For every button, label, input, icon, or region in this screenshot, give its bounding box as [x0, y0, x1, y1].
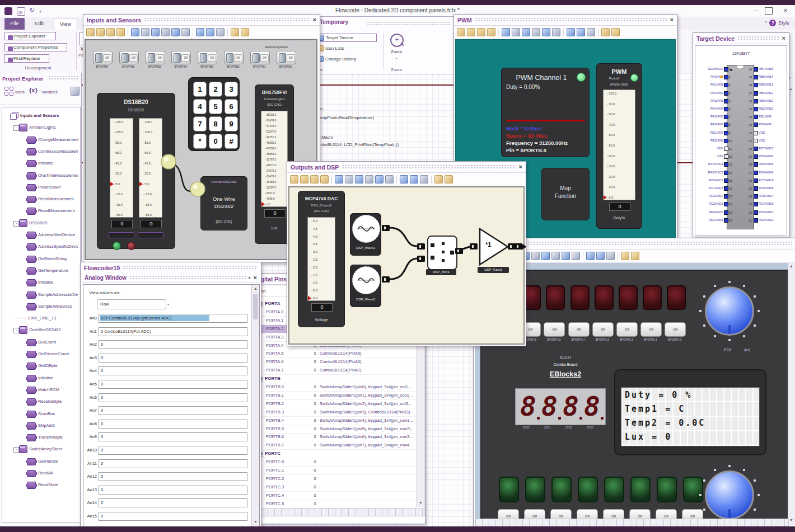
toolbar-icon[interactable] [231, 28, 239, 36]
inputs-sensors-window-titlebar[interactable]: Inputs and Sensors× [83, 15, 320, 26]
toolbar-icon[interactable] [611, 28, 620, 36]
red-led-5[interactable] [619, 285, 638, 310]
toolbar-icon[interactable] [567, 28, 575, 36]
scroll-right-icon[interactable]: › [789, 74, 794, 80]
toolbar-icon[interactable] [161, 28, 170, 36]
slider-marker[interactable] [604, 195, 607, 200]
tree-item-readall[interactable]: ReadAll [2, 468, 79, 479]
pin-pad-right[interactable] [754, 91, 758, 96]
toolbar-icon[interactable] [606, 252, 615, 260]
tree-item-getserialstring[interactable]: GetSerialString [2, 253, 79, 265]
toolbar-icon[interactable] [181, 28, 190, 36]
pin-pad-right[interactable] [754, 139, 758, 143]
red-led-3[interactable] [570, 285, 590, 310]
tree-expander-icon[interactable]: - [13, 221, 19, 227]
slider-marker[interactable] [308, 296, 311, 300]
pin-row-portb-6[interactable]: PORTB.60SwitchArraySlider1(pin6), keypad… [255, 433, 416, 441]
pin-pad-left[interactable] [724, 171, 728, 175]
dac-slider[interactable]: - 5.0- 4.5- 4.0- 3.5- 3.0- 2.5- 2.0- 1.5… [307, 217, 335, 301]
zoom-icon[interactable]: + [390, 34, 404, 47]
view-item-icon-lists[interactable]: Icon Lists [316, 44, 377, 53]
pwm-duty-slider[interactable]: - 100.0- 90.0- 80.0- 70.0- 60.0- 50.0- 4… [603, 90, 635, 200]
pin-pad-left[interactable] [724, 186, 728, 191]
save-icon[interactable] [17, 7, 25, 16]
pin-pad-left[interactable] [724, 139, 728, 143]
pin-pad-right[interactable] [754, 99, 758, 103]
pin-pad-left[interactable] [724, 99, 728, 103]
red-led-6[interactable] [643, 285, 662, 310]
pin-pad-left[interactable] [724, 194, 728, 199]
analog-input-an2[interactable]: 0 [99, 340, 247, 349]
pot-knob[interactable] [705, 286, 754, 336]
zoom-button-label[interactable]: Zoom [388, 49, 405, 54]
slider-marker[interactable] [139, 182, 143, 186]
pin-pad-left[interactable] [724, 154, 728, 159]
pin-row-portb-2[interactable]: PORTB.20SwitchArraySlider1(pin2), keypad… [255, 400, 416, 408]
outputs-dsp-window-titlebar[interactable]: Outputs and DSP× [287, 162, 526, 173]
tree-item-matchrom[interactable]: MatchROM [2, 384, 79, 396]
tab-edit[interactable]: Edit [29, 18, 49, 30]
toolbar-icon[interactable] [467, 28, 475, 36]
toolbar-icon[interactable] [300, 175, 308, 183]
pin-row-portb-3[interactable]: PORTB.30SwitchArraySlider1(pin3), ComboB… [255, 408, 416, 416]
toggle-switch-portb1[interactable]: Off [250, 51, 270, 64]
pin-pad-left[interactable] [724, 83, 728, 87]
toolbar-icon[interactable] [487, 28, 495, 36]
tree-item-continuousmeasurement[interactable]: ContinuousMeasurement [2, 146, 79, 157]
keypad-key-2[interactable]: 2 [209, 82, 222, 97]
tab-file[interactable]: File [4, 18, 25, 30]
analog-input-an5[interactable]: 0 [99, 380, 247, 389]
digital-hscrollbar[interactable] [254, 508, 424, 516]
toolbar-icon[interactable] [335, 175, 343, 183]
pin-pad-left[interactable] [724, 178, 728, 183]
view-item-change-history[interactable]: Change History [316, 55, 377, 63]
toggle-switch-portb3[interactable]: Off [198, 51, 217, 64]
board-switch-porta3[interactable]: Off [592, 322, 614, 337]
toolbar-icon[interactable] [106, 28, 115, 36]
toggle-switch-portb5[interactable]: Off [146, 51, 165, 64]
collapse-ribbon-icon[interactable]: ^ [765, 20, 767, 26]
analog-input-an11[interactable]: 0 [99, 459, 247, 468]
board-switch-porta2[interactable]: Off [616, 322, 638, 337]
pin-pad-right[interactable] [754, 194, 758, 199]
board-switch-porta5[interactable]: Off [544, 322, 565, 337]
pin-pad-right[interactable] [754, 171, 758, 175]
toolbar-icon[interactable] [196, 28, 204, 36]
ribbon-button-component-properties[interactable]: Component Properties [4, 43, 67, 51]
pin-row-portc[interactable]: ◢PORTC [255, 450, 416, 458]
tree-item-inputs-and-sensors[interactable]: Inputs and Sensors [2, 110, 79, 121]
toolbar-icon[interactable] [577, 28, 585, 36]
dsp_wave2-block[interactable]: DSP_Wave2 [350, 265, 381, 307]
toolbar-icon[interactable] [596, 252, 605, 260]
toolbar-icon[interactable] [572, 252, 580, 260]
green-led[interactable] [113, 242, 121, 250]
toolbar-icon[interactable] [552, 28, 560, 36]
pin-row-portb-5[interactable]: PORTB.50SwitchArraySlider1(pin5), keypad… [255, 425, 416, 433]
toolbar-icon[interactable] [206, 28, 214, 36]
pin-pad-left[interactable] [724, 147, 728, 151]
red-led-2[interactable] [546, 285, 565, 310]
tree-item-skipaddr[interactable]: SkipAddr [2, 420, 79, 431]
tab-view[interactable]: View [54, 18, 77, 30]
tree-item-transmitbyte[interactable]: TransmitByte [2, 432, 79, 443]
macros-view-icon[interactable] [71, 87, 80, 96]
toolbar-icon[interactable] [587, 28, 595, 36]
board-switch-porta1[interactable]: Off [640, 322, 662, 337]
quickbar-more-icon[interactable]: ▾ [39, 9, 44, 13]
pin-row-porta-5[interactable]: PORTA.50ComboBL0114(PinA5) [255, 350, 416, 357]
pin-pad-left[interactable] [724, 67, 728, 72]
toolbar-icon[interactable] [586, 252, 595, 260]
keypad-key-6[interactable]: 6 [225, 99, 238, 114]
toggle-switch-portb7[interactable]: Off [93, 51, 113, 64]
dsp-mixer-block[interactable] [427, 236, 457, 270]
pin-row-portb-7[interactable]: PORTB.70SwitchArraySlider1(pin7), keypad… [255, 441, 416, 449]
red-led[interactable] [127, 242, 135, 250]
toggle-switch-portb4[interactable]: Off [171, 51, 191, 64]
ds18b20-slider-1[interactable]: - 125.0- 105.0- 85.0- 65.0- 45.0- 25.0- … [110, 118, 133, 218]
toolbar-icon[interactable] [621, 252, 629, 260]
redo-icon[interactable]: ↻ [29, 6, 37, 15]
pin-pad-right[interactable] [754, 202, 758, 206]
pin-row-portc-5[interactable]: PORTC.50 [255, 500, 416, 508]
pin-pad-right[interactable] [754, 115, 758, 119]
toolbar-icon[interactable] [522, 28, 530, 36]
